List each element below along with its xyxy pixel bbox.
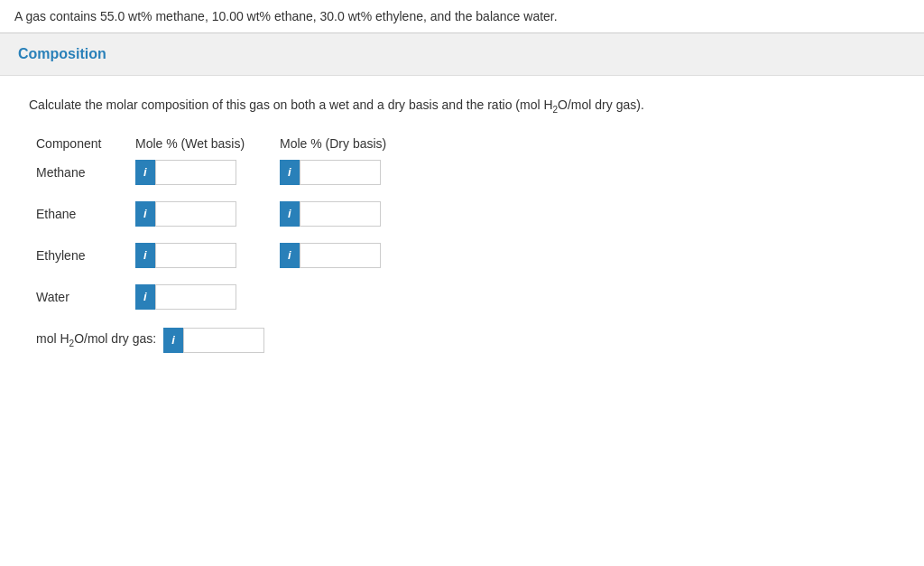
table-row: Ethylene i i [29, 243, 895, 268]
table-header: Component Mole % (Wet basis) Mole % (Dry… [29, 136, 895, 151]
input-group-methane-dry: i [280, 160, 424, 185]
input-group-ethane-dry: i [280, 201, 424, 227]
info-btn-ethylene-dry[interactable]: i [280, 243, 300, 268]
mol-ratio-label: mol H2O/mol dry gas: [36, 331, 156, 348]
info-btn-methane-dry[interactable]: i [280, 160, 300, 185]
info-btn-mol-ratio[interactable]: i [163, 328, 183, 353]
ethane-dry-input[interactable] [300, 201, 381, 227]
input-group-ethylene-dry: i [280, 243, 424, 268]
table-row: Ethane i i [29, 201, 895, 227]
component-label-methane: Methane [36, 165, 135, 180]
info-btn-ethylene-wet[interactable]: i [135, 243, 155, 268]
section-title: Composition [18, 46, 906, 62]
col-component-header: Component [36, 136, 135, 151]
input-group-ethylene-wet: i [135, 243, 280, 268]
info-btn-water-wet[interactable]: i [135, 284, 155, 310]
methane-dry-input[interactable] [300, 160, 381, 185]
input-group-ethane-wet: i [135, 201, 280, 227]
table-row: Water i [29, 284, 895, 310]
info-btn-methane-wet[interactable]: i [135, 160, 155, 185]
ethane-wet-input[interactable] [155, 201, 236, 227]
component-label-water: Water [36, 290, 135, 304]
ethylene-wet-input[interactable] [155, 243, 236, 268]
description: Calculate the molar composition of this … [29, 97, 895, 115]
mol-ratio-input[interactable] [183, 328, 264, 353]
table-row: Methane i i [29, 160, 895, 185]
input-group-methane-wet: i [135, 160, 280, 185]
methane-wet-input[interactable] [155, 160, 236, 185]
ethylene-dry-input[interactable] [300, 243, 381, 268]
input-group-water-wet: i [135, 284, 280, 310]
water-wet-input[interactable] [155, 284, 236, 310]
col-wet-header: Mole % (Wet basis) [135, 136, 280, 151]
component-label-ethane: Ethane [36, 207, 135, 221]
info-btn-ethane-dry[interactable]: i [280, 201, 300, 227]
mol-ratio-row: mol H2O/mol dry gas: i [29, 328, 895, 353]
top-bar: A gas contains 55.0 wt% methane, 10.00 w… [0, 0, 924, 33]
col-dry-header: Mole % (Dry basis) [280, 136, 424, 151]
info-btn-ethane-wet[interactable]: i [135, 201, 155, 227]
section-header: Composition [0, 33, 924, 76]
problem-statement: A gas contains 55.0 wt% methane, 10.00 w… [14, 9, 910, 23]
component-label-ethylene: Ethylene [36, 248, 135, 263]
